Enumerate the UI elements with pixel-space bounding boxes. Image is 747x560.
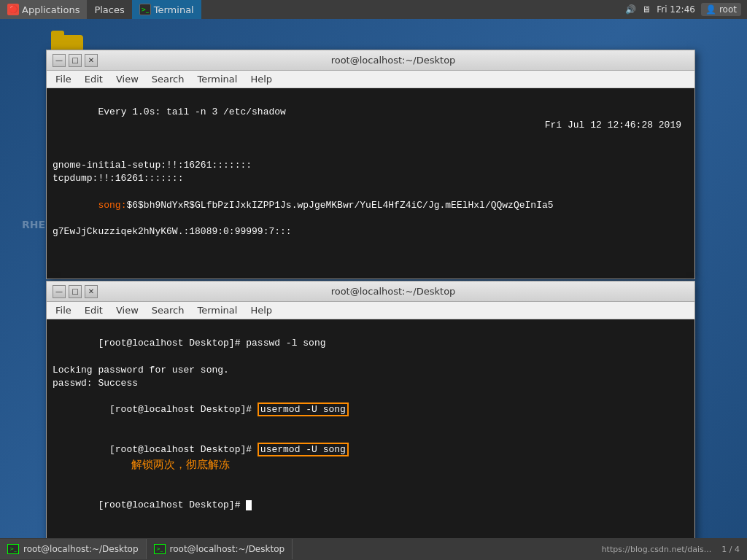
menu-search-2[interactable]: Search [146,303,190,317]
terminal-window-1: — □ ✕ root@localhost:~/Desktop File Edit… [46,50,695,279]
menu-terminal-1[interactable]: Terminal [191,72,243,86]
prompt-4: [root@localhost Desktop]# [98,499,246,510]
menu-file-1[interactable]: File [50,72,77,86]
top-bar-left: 🔴 Applications Places >_ Terminal [0,0,201,19]
menu-help-2[interactable]: Help [244,303,278,317]
shadow-line3: song:$6$bh9NdYxR$GLfbPzIJxkIZPP1Js.wpJge… [53,185,689,225]
watch-line: Every 1.0s: tail -n 3 /etc/shadow Fri Ju… [53,93,689,146]
shadow-hash: $6$bh9NdYxR$GLfbPzIJxkIZPP1Js.wpJgeMKBwr… [126,200,553,211]
user-badge[interactable]: 👤 root [701,3,741,16]
menu-file-2[interactable]: File [50,303,77,317]
menu-edit-2[interactable]: Edit [79,303,109,317]
cmd-usermod1: usermod -U song [258,402,349,416]
timestamp: Fri Jul 12 12:46:28 2019 [545,119,681,132]
prompt-3: [root@localhost Desktop]# [109,444,258,455]
app-menu-button[interactable]: 🔴 Applications [0,0,87,19]
places-menu-button[interactable]: Places [87,0,131,19]
maximize-btn-2[interactable]: □ [69,285,82,298]
top-bar: 🔴 Applications Places >_ Terminal 🔊 🖥 Fr… [0,0,747,19]
last-prompt-line: [root@localhost Desktop]# [53,486,689,526]
terminal-body-2[interactable]: [root@localhost Desktop]# passwd -l song… [47,319,694,542]
places-label: Places [94,4,124,15]
terminal-icon: >_ [139,4,151,15]
titlebar-2[interactable]: — □ ✕ root@localhost:~/Desktop [47,281,694,302]
annotation-text: 解锁两次，彻底解冻 [131,458,230,470]
maximize-btn-1[interactable]: □ [69,54,82,67]
sound-icon: 🔊 [625,4,636,15]
app-icon: 🔴 [7,4,19,15]
window-controls-1: — □ ✕ [53,54,98,67]
cmd-usermod2: usermod -U song [258,443,349,456]
cmd-usermod1-line: [root@localhost Desktop]# usermod -U son… [53,390,689,430]
taskbar-label-1: root@localhost:~/Desktop [23,544,139,554]
menu-terminal-2[interactable]: Terminal [191,303,243,317]
success-line: passwd: Success [53,377,689,390]
app-menu-label: Applications [22,4,80,15]
taskbar-icon-2: >_ [154,544,166,554]
top-bar-right: 🔊 🖥 Fri 12:46 👤 root [625,3,747,16]
empty-line-1 [53,146,689,159]
song-highlight: song: [98,200,126,211]
prompt-1: [root@localhost Desktop]# [98,338,246,349]
minimize-btn-1[interactable]: — [53,54,66,67]
menu-view-2[interactable]: View [110,303,144,317]
window-title-1: root@localhost:~/Desktop [98,55,689,66]
menu-bar-2: File Edit View Search Terminal Help [47,302,694,319]
taskbar-icon-1: >_ [7,544,19,554]
titlebar-1[interactable]: — □ ✕ root@localhost:~/Desktop [47,50,694,71]
cmd-passwd-line: [root@localhost Desktop]# passwd -l song [53,324,689,364]
taskbar-item-1[interactable]: >_ root@localhost:~/Desktop [0,539,147,559]
user-icon: 👤 [705,4,716,15]
taskbar-right: https://blog.csdn.net/dais... 1 / 4 [602,545,747,554]
terminal-window-2: — □ ✕ root@localhost:~/Desktop File Edit… [46,281,695,543]
minimize-btn-2[interactable]: — [53,285,66,298]
terminal-body-1[interactable]: Every 1.0s: tail -n 3 /etc/shadow Fri Ju… [47,88,694,279]
menu-help-1[interactable]: Help [244,72,278,86]
menu-view-1[interactable]: View [110,72,144,86]
menu-bar-1: File Edit View Search Terminal Help [47,71,694,88]
username: root [719,4,737,15]
shadow-line4: g7EwJjCkuzziqek2hNyK6W.:18089:0:99999:7:… [53,225,689,238]
close-btn-2[interactable]: ✕ [85,285,98,298]
shadow-line2: tcpdump:!!:16261::::::: [53,172,689,185]
locking-line: Locking password for user song. [53,364,689,377]
terminal-label: Terminal [154,4,194,15]
cmd-usermod2-line: [root@localhost Desktop]# usermod -U son… [53,430,689,486]
window-controls-2: — □ ✕ [53,285,98,298]
watch-cmd: Every 1.0s: tail -n 3 /etc/shadow [98,106,285,117]
shadow-line1: gnome-initial-setup:!!:16261::::::: [53,159,689,172]
menu-search-1[interactable]: Search [146,72,190,86]
cmd-passwd: passwd -l song [246,338,325,349]
desktop: 🔴 Applications Places >_ Terminal 🔊 🖥 Fr… [0,0,747,560]
taskbar-label-2: root@localhost:~/Desktop [170,544,285,554]
cursor [246,500,252,510]
prompt-2: [root@localhost Desktop]# [109,404,258,415]
window-title-2: root@localhost:~/Desktop [98,286,689,297]
clock: Fri 12:46 [657,4,695,15]
taskbar-link: https://blog.csdn.net/dais... [602,545,712,554]
taskbar-page: 1 / 4 [721,545,740,554]
menu-edit-1[interactable]: Edit [79,72,109,86]
close-btn-1[interactable]: ✕ [85,54,98,67]
display-icon: 🖥 [642,4,651,15]
bottom-bar: >_ root@localhost:~/Desktop >_ root@loca… [0,538,747,560]
terminal-menu-button[interactable]: >_ Terminal [132,0,201,19]
usermod-section: [root@localhost Desktop]# usermod -U son… [53,390,689,486]
taskbar-item-2[interactable]: >_ root@localhost:~/Desktop [147,539,293,559]
